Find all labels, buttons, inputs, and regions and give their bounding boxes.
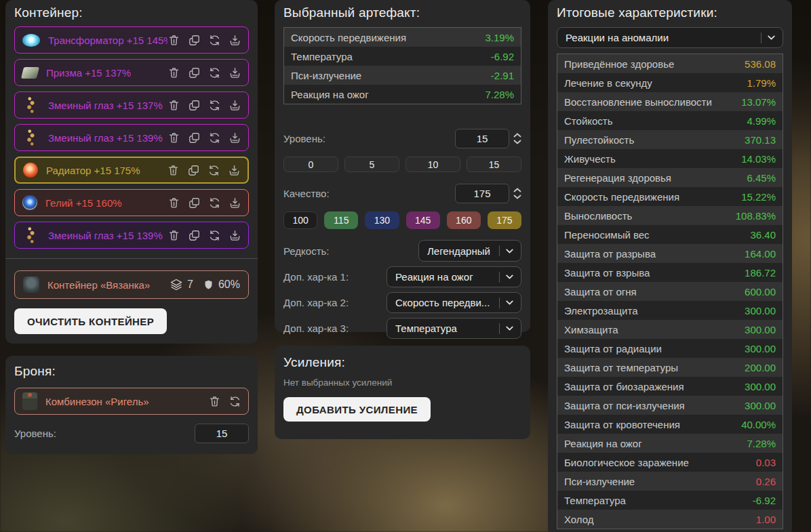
refresh-icon[interactable] (208, 197, 221, 209)
artifact-row[interactable]: Трансформатор +15 145% (14, 26, 249, 54)
refresh-icon[interactable] (207, 164, 220, 177)
artifact-row[interactable]: Змеиный глаз +15 139% (14, 124, 249, 151)
quality-stepper[interactable] (513, 188, 521, 199)
trash-icon[interactable] (167, 66, 180, 79)
trash-icon[interactable] (167, 164, 180, 177)
clear-container-button[interactable]: ОЧИСТИТЬ КОНТЕЙНЕР (14, 308, 167, 334)
stat-label: Электрозащита (564, 305, 745, 316)
armor-item-row[interactable]: Комбинезон «Ригель» (14, 388, 249, 415)
stat-label: Химзащита (564, 324, 745, 335)
artifact-list: Трансформатор +15 145% Призма +15 137% (14, 26, 249, 249)
stat-row: Защита от радиации 300.00 (557, 339, 783, 358)
level-preset-button[interactable]: 15 (467, 157, 521, 172)
stat-value: 4.99% (747, 115, 776, 127)
refresh-icon[interactable] (229, 395, 241, 408)
copy-icon[interactable] (188, 66, 201, 79)
quality-preset-button[interactable]: 130 (365, 211, 399, 229)
stat-label: Живучесть (564, 153, 741, 165)
download-icon[interactable] (229, 197, 241, 209)
quality-preset-button[interactable]: 145 (406, 211, 440, 229)
rarity-label: Редкость: (283, 245, 330, 257)
refresh-icon[interactable] (208, 66, 221, 79)
stat-value: 14.03% (741, 153, 776, 165)
stat-label: Защита от радиации (564, 343, 745, 354)
copy-icon[interactable] (188, 99, 201, 112)
level-stepper[interactable] (513, 133, 521, 144)
level-preset-button[interactable]: 5 (344, 157, 399, 172)
extra-stat-3-select[interactable]: Температура (387, 318, 521, 339)
quality-preset-button[interactable]: 160 (447, 211, 481, 229)
container-item[interactable]: Контейнер «Вязанка» 7 60% (14, 270, 249, 299)
artifact-row[interactable]: Змеиный глаз +15 139% (14, 222, 249, 249)
stat-value: 0.03 (756, 457, 776, 468)
stat-label: Стойкость (564, 115, 747, 127)
download-icon[interactable] (229, 229, 241, 242)
quality-input[interactable]: 175 (455, 184, 509, 203)
refresh-icon[interactable] (208, 99, 221, 112)
download-icon[interactable] (229, 99, 241, 112)
stat-value: 6.45% (747, 172, 776, 184)
stat-value: 300.00 (745, 324, 776, 335)
quality-preset-button[interactable]: 175 (488, 211, 521, 229)
download-icon[interactable] (229, 131, 241, 144)
copy-icon[interactable] (188, 229, 201, 242)
artifact-row[interactable]: Змеиный глаз +15 137% (14, 91, 249, 119)
container-panel: Контейнер: Трансформатор +15 145% Призма… (5, 0, 258, 344)
snake-eye-icon (25, 226, 37, 244)
row-actions (167, 34, 241, 47)
refresh-icon[interactable] (208, 34, 221, 47)
level-input[interactable]: 15 (455, 129, 509, 148)
download-icon[interactable] (229, 34, 241, 47)
stat-value: 13.07% (741, 96, 776, 108)
level-preset-button[interactable]: 0 (283, 157, 338, 172)
trash-icon[interactable] (167, 197, 180, 209)
copy-icon[interactable] (188, 197, 201, 209)
trash-icon[interactable] (167, 131, 180, 144)
copy-icon[interactable] (188, 131, 201, 144)
trash-icon[interactable] (167, 99, 180, 112)
download-icon[interactable] (228, 164, 241, 177)
stat-row: Живучесть 14.03% (557, 149, 783, 168)
stat-value: 36.40 (750, 229, 776, 241)
artifact-row[interactable]: Призма +15 137% (14, 59, 249, 86)
stat-row: Химзащита 300.00 (557, 320, 783, 339)
stat-value: 536.08 (745, 58, 776, 70)
rarity-select[interactable]: Легендарный (418, 240, 521, 262)
download-icon[interactable] (229, 66, 241, 79)
level-preset-button[interactable]: 10 (406, 157, 460, 172)
trash-icon[interactable] (167, 229, 180, 242)
copy-icon[interactable] (188, 34, 201, 47)
row-actions (167, 99, 241, 112)
extra-stat-2-select[interactable]: Скорость передви... (387, 292, 521, 313)
add-boost-button[interactable]: ДОБАВИТЬ УСИЛЕНИЕ (283, 397, 431, 422)
stat-row: Регенерация здоровья 6.45% (557, 168, 783, 187)
quality-label: Качество: (283, 188, 330, 199)
stat-value: 7.28% (747, 438, 776, 449)
stat-label: Защита от кровотечения (564, 419, 741, 430)
trash-icon[interactable] (208, 395, 221, 408)
chevron-up-icon (513, 133, 521, 138)
extra-stat-1-select[interactable]: Реакция на ожог (387, 266, 521, 287)
armor-level-input[interactable]: 15 (195, 424, 249, 443)
refresh-icon[interactable] (208, 131, 221, 144)
artifact-row[interactable]: Радиатор +15 175% (14, 157, 249, 184)
stat-row: Восстановление выносливости 13.07% (557, 92, 783, 111)
row-actions (167, 131, 241, 144)
quality-preset-button[interactable]: 115 (324, 211, 358, 229)
totals-filter-select[interactable]: Реакции на аномалии (557, 27, 783, 48)
totals-table: Приведённое здоровье 536.08 Лечение в се… (557, 54, 783, 529)
trash-icon[interactable] (167, 34, 180, 47)
stat-row: Защита от разрыва 164.00 (557, 244, 783, 263)
refresh-icon[interactable] (208, 229, 221, 242)
extra-stat-3-value: Температура (395, 323, 496, 334)
artifact-panel-title: Выбранный артефакт: (283, 5, 521, 20)
quality-preset-button[interactable]: 100 (283, 211, 317, 229)
backpack-icon (23, 277, 39, 293)
stat-row: Температура -6.92 (284, 47, 521, 66)
artifact-row[interactable]: Гелий +15 160% (14, 189, 249, 216)
level-label: Уровень: (283, 133, 325, 144)
stat-row: Температура -6.92 (557, 491, 783, 510)
extra-stat-1-value: Реакция на ожог (395, 271, 496, 283)
stat-value: 1.79% (747, 77, 776, 89)
copy-icon[interactable] (187, 164, 200, 177)
